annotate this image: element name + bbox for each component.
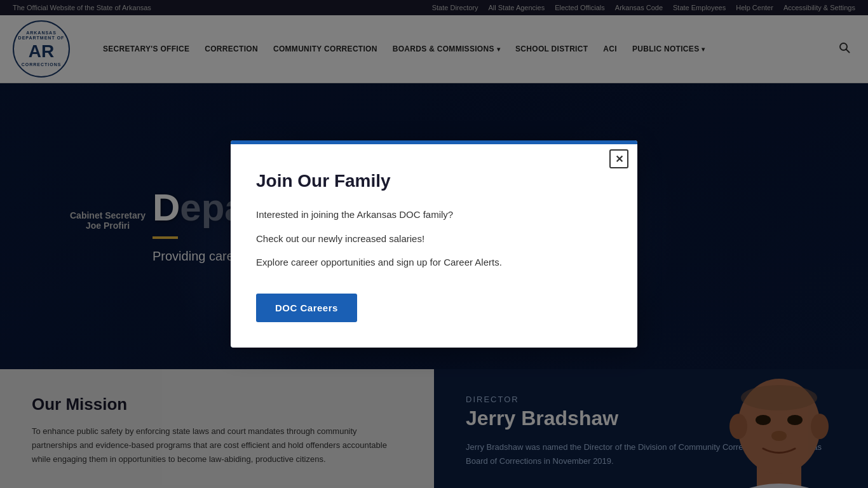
modal-dialog: ✕ Join Our Family Interested in joining …	[231, 140, 637, 348]
modal-top-bar	[231, 140, 637, 144]
modal-close-button[interactable]: ✕	[609, 149, 628, 168]
modal-title: Join Our Family	[256, 171, 612, 191]
modal-line2: Check out our newly increased salaries!	[256, 231, 612, 247]
doc-careers-button[interactable]: DOC Careers	[256, 294, 357, 322]
modal-line1: Interested in joining the Arkansas DOC f…	[256, 207, 612, 223]
modal-line3: Explore career opportunities and sign up…	[256, 254, 612, 271]
modal-overlay[interactable]: ✕ Join Our Family Interested in joining …	[0, 0, 868, 488]
